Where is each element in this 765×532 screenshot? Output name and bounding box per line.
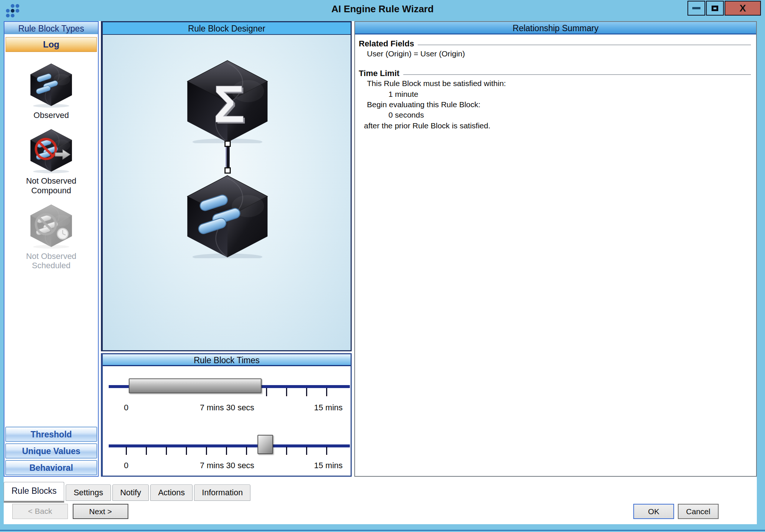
maximize-button[interactable] [706, 1, 724, 16]
rule-block-type-not-observed-scheduled[interactable]: Not Observed Scheduled [18, 203, 85, 270]
minimize-icon [692, 7, 700, 9]
scale-label-start: 0 [124, 461, 128, 470]
back-button[interactable]: < Back [12, 504, 68, 519]
slider-tick [246, 447, 247, 455]
scale-label-start: 0 [124, 403, 128, 413]
slider-tick [186, 447, 187, 455]
title-bar[interactable]: AI Engine Rule Wizard X [0, 0, 765, 17]
rule-block-type-not-observed-compound[interactable]: Not Observed Compound [18, 128, 85, 195]
time-limit-line: after the prior Rule Block is satisfied. [359, 121, 752, 131]
cancel-button[interactable]: Cancel [678, 504, 719, 519]
relationship-summary-body: Related Fields User (Origin) = User (Ori… [355, 35, 756, 134]
rule-block-type-label: Not Observed Compound [18, 176, 85, 195]
time-limit-value: 0 seconds [359, 110, 752, 120]
scale-label-mid: 7 mins 30 secs [200, 461, 255, 470]
category-buttons: Threshold Unique Values Behavioral [4, 425, 98, 476]
section-divider [418, 45, 751, 45]
connector-top-handle[interactable] [224, 141, 231, 147]
not-observed-compound-cube-icon [28, 128, 74, 173]
rule-block-designer-panel: Rule Block Designer [101, 21, 352, 351]
slider-tick [146, 447, 147, 455]
rule-block-times-panel: Rule Block Times 0 7 mins 30 secs 15 min… [101, 353, 352, 477]
tab-rule-blocks[interactable]: Rule Blocks [4, 482, 64, 503]
tab-actions[interactable]: Actions [150, 485, 193, 501]
rule-block-types-header: Rule Block Types [4, 22, 98, 35]
rule-block-type-observed[interactable]: Observed [18, 62, 85, 120]
maximize-icon [712, 6, 718, 11]
close-button[interactable]: X [725, 1, 761, 16]
ok-button[interactable]: OK [633, 504, 674, 519]
related-fields-section-heading: Related Fields [359, 39, 752, 49]
category-threshold-button[interactable]: Threshold [5, 427, 97, 442]
slider-tick [266, 388, 267, 396]
rule-block-times-body: 0 7 mins 30 secs 15 mins 0 7 mins 30 sec… [103, 367, 351, 476]
related-fields-value: User (Origin) = User (Origin) [359, 49, 752, 59]
category-unique-values-button[interactable]: Unique Values [5, 443, 97, 459]
rule-block-types-panel: Rule Block Types Log Observed Not Observ… [4, 21, 99, 477]
slider-tick [326, 447, 327, 455]
ai-engine-rule-wizard-window: AI Engine Rule Wizard X Rule Block Types… [0, 0, 765, 532]
close-icon: X [739, 3, 746, 14]
time-limit-line: Begin evaluating this Rule Block: [359, 99, 752, 110]
time-limit-title: Time Limit [359, 69, 400, 78]
next-button[interactable]: Next > [73, 504, 128, 519]
tab-settings[interactable]: Settings [66, 485, 111, 501]
slider-tick [126, 447, 127, 455]
window-title: AI Engine Rule Wizard [0, 0, 765, 17]
connector-bar[interactable] [226, 147, 230, 168]
slider-tick [166, 447, 167, 455]
category-log-header[interactable]: Log [6, 37, 97, 52]
slider-tick [206, 447, 207, 455]
tab-notify[interactable]: Notify [112, 485, 149, 501]
scale-label-end: 15 mins [314, 461, 342, 470]
tab-information[interactable]: Information [194, 485, 250, 501]
relationship-summary-panel: Relationship Summary Related Fields User… [354, 21, 757, 477]
section-divider [403, 74, 751, 75]
slider-tick [306, 447, 307, 455]
slider-tick [326, 388, 327, 396]
log-observed-cube-icon [28, 62, 74, 108]
rule-block-designer-header: Rule Block Designer [103, 22, 351, 35]
related-fields-title: Related Fields [359, 39, 414, 49]
slider-tick [306, 388, 307, 396]
rule-block-type-label: Not Observed Scheduled [18, 252, 85, 270]
slider-tick [286, 388, 287, 396]
time-limit-value: 1 minute [359, 89, 752, 99]
time-limit-section-heading: Time Limit [359, 69, 752, 78]
wizard-tab-bar: Rule Blocks Settings Notify Actions Info… [4, 480, 252, 501]
not-observed-scheduled-cube-icon [28, 203, 74, 249]
time-range-bar[interactable] [129, 378, 262, 393]
rule-block-times-header: Rule Block Times [103, 354, 351, 366]
rule-block-type-label: Observed [18, 111, 85, 120]
designer-canvas[interactable] [103, 36, 351, 350]
begin-time-slider-thumb[interactable] [257, 435, 273, 454]
slider-tick [286, 447, 287, 455]
category-behavioral-button[interactable]: Behavioral [5, 460, 97, 475]
slider-tick [226, 447, 227, 455]
spacer [359, 59, 752, 67]
scale-label-end: 15 mins [314, 403, 342, 413]
log-observed-cube-icon[interactable] [184, 173, 271, 258]
time-limit-line: This Rule Block must be satisfied within… [359, 78, 752, 89]
rule-block-type-list: Observed Not Observed Compound Not Obser… [4, 53, 98, 278]
scale-label-mid: 7 mins 30 secs [200, 403, 255, 413]
begin-time-slider-track[interactable] [109, 444, 350, 447]
sigma-cube-icon[interactable] [184, 58, 271, 143]
relationship-summary-header: Relationship Summary [355, 22, 756, 35]
minimize-button[interactable] [687, 1, 705, 16]
